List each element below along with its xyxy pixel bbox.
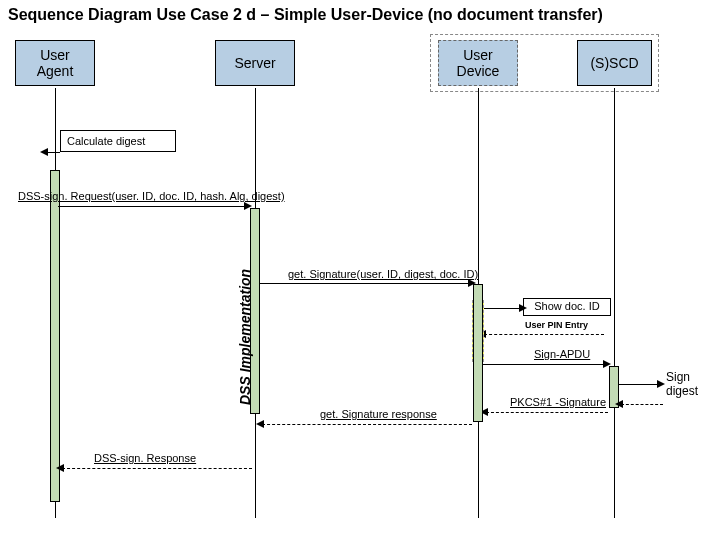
lifeline-sscd [614,88,615,518]
self-call-line [48,152,60,153]
activation-user-device [473,284,483,422]
arrow-sign-digest-back-head-icon [615,400,623,408]
arrow-sign-digest-back-line [621,404,663,405]
arrow-sign-apdu-line [483,364,607,365]
label-dss-implementation: DSS Implementation [237,269,253,405]
arrow-sign-digest-out-head-icon [657,380,665,388]
activation-user-agent [50,170,60,502]
arrow-user-pin-entry-line [484,334,604,335]
msg-dss-sign-response: DSS-sign. Response [94,452,196,464]
label-sign-digest: Sign digest [666,370,698,398]
self-call-arrow-icon [40,148,48,156]
arrow-sign-digest-out-line [619,384,661,385]
arrow-dss-sign-request-head-icon [244,202,252,210]
arrow-dss-sign-request-line [58,206,248,207]
device-group-frame [430,34,659,92]
msg-pkcs1-signature: PKCS#1 -Signature [510,396,606,408]
msg-user-pin-entry: User PIN Entry [525,320,588,330]
arrow-get-sig-resp-head-icon [256,420,264,428]
arrow-get-signature-line [260,283,472,284]
diagram-canvas: Sequence Diagram Use Case 2 d – Simple U… [0,0,720,540]
arrow-show-doc-id-line [483,308,523,309]
actor-user-agent: User Agent [15,40,95,86]
arrow-pkcs1-line [486,412,608,413]
arrow-show-doc-id-head-icon [519,304,527,312]
msg-show-doc-id: Show doc. ID [523,298,611,316]
msg-get-signature: get. Signature(user. ID, digest, doc. ID… [288,268,478,280]
arrow-sign-apdu-head-icon [603,360,611,368]
msg-sign-apdu: Sign-APDU [534,348,590,360]
msg-dss-sign-request: DSS-sign. Request(user. ID, doc. ID, has… [18,190,285,202]
arrow-dss-sign-resp-line [62,468,252,469]
actor-server: Server [215,40,295,86]
msg-get-signature-response: get. Signature response [320,408,437,420]
arrow-dss-sign-resp-head-icon [56,464,64,472]
arrow-get-sig-resp-line [262,424,472,425]
self-msg-calculate-digest: Calculate digest [60,130,176,152]
diagram-title: Sequence Diagram Use Case 2 d – Simple U… [8,6,603,24]
